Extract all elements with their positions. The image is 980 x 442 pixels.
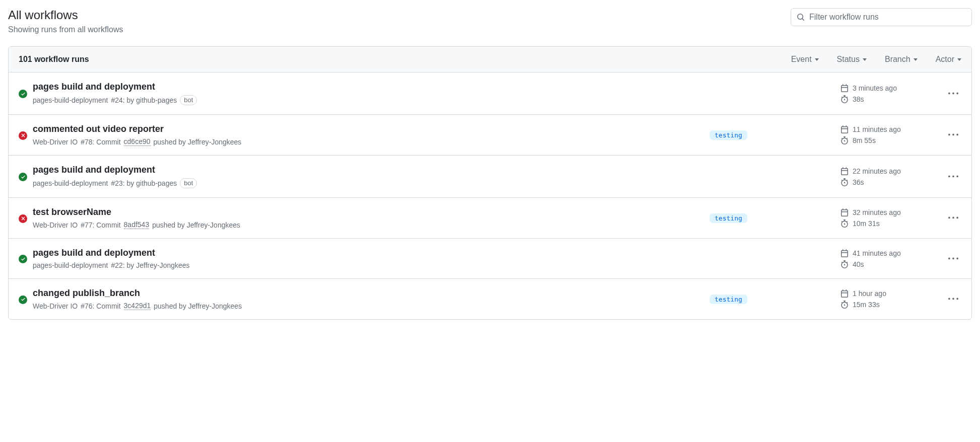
bot-badge: bot <box>180 178 197 188</box>
time-column: 22 minutes ago36s <box>841 167 941 186</box>
run-duration: 8m 55s <box>841 136 941 144</box>
status-success-icon <box>19 296 27 304</box>
filter-actor[interactable]: Actor <box>936 55 961 64</box>
run-timestamp-text: 3 minutes ago <box>853 84 897 92</box>
page-title: All workflows <box>8 8 123 22</box>
run-title-link[interactable]: commented out video reporter <box>33 124 710 134</box>
caret-down-icon <box>957 58 961 61</box>
run-main-column: test browserNameWeb-Driver IO#77: Commit… <box>33 207 710 229</box>
filter-event-label: Event <box>791 55 812 64</box>
workflow-run-row: test browserNameWeb-Driver IO#77: Commit… <box>9 198 971 239</box>
run-number-text: #23: by github-pages <box>111 179 177 187</box>
run-workflow-name: Web-Driver IO <box>33 302 78 310</box>
run-workflow-name: pages-build-deployment <box>33 179 108 187</box>
run-actions-menu-button[interactable] <box>945 127 961 143</box>
branch-badge[interactable]: testing <box>710 294 747 304</box>
menu-column <box>941 86 961 102</box>
branch-badge[interactable]: testing <box>710 130 747 140</box>
status-failure-icon <box>19 131 27 140</box>
time-column: 32 minutes ago10m 31s <box>841 208 941 228</box>
branch-badge[interactable]: testing <box>710 213 747 223</box>
list-header: 101 workflow runs Event Status Branch Ac… <box>9 47 971 72</box>
kebab-horizontal-icon <box>948 294 958 304</box>
calendar-icon <box>841 167 849 175</box>
run-number-text: #77: Commit <box>81 221 120 229</box>
status-column <box>19 172 33 181</box>
run-workflow-name: Web-Driver IO <box>33 138 78 146</box>
status-success-icon <box>19 90 27 98</box>
filter-group: Event Status Branch Actor <box>791 55 961 64</box>
run-duration: 15m 33s <box>841 301 941 309</box>
run-meta: Web-Driver IO#77: Commit 8adf543 pushed … <box>33 220 710 229</box>
run-timestamp-text: 11 minutes ago <box>853 125 901 133</box>
workflow-run-row: pages build and deploymentpages-build-de… <box>9 239 971 279</box>
stopwatch-icon <box>841 95 849 103</box>
run-meta: pages-build-deployment#23: by github-pag… <box>33 178 710 188</box>
commit-link[interactable]: 3c429d1 <box>124 302 151 310</box>
menu-column <box>941 210 961 226</box>
stopwatch-icon <box>841 178 849 186</box>
run-actions-menu-button[interactable] <box>945 86 961 102</box>
run-timestamp: 3 minutes ago <box>841 84 941 92</box>
run-main-column: pages build and deploymentpages-build-de… <box>33 82 710 105</box>
run-actions-menu-button[interactable] <box>945 291 961 307</box>
run-timestamp-text: 41 minutes ago <box>853 249 901 257</box>
run-timestamp: 41 minutes ago <box>841 249 941 257</box>
stopwatch-icon <box>841 260 849 268</box>
run-duration-text: 36s <box>853 178 864 186</box>
workflow-runs-list: 101 workflow runs Event Status Branch Ac… <box>8 46 972 320</box>
run-duration: 38s <box>841 95 941 103</box>
run-actions-menu-button[interactable] <box>945 210 961 226</box>
time-column: 3 minutes ago38s <box>841 84 941 103</box>
run-duration: 40s <box>841 260 941 268</box>
run-duration-text: 15m 33s <box>853 301 880 309</box>
workflow-run-row: commented out video reporterWeb-Driver I… <box>9 115 971 156</box>
filter-runs-input[interactable] <box>791 8 972 26</box>
run-meta: pages-build-deployment#22: by Jeffrey-Jo… <box>33 261 710 269</box>
run-timestamp: 22 minutes ago <box>841 167 941 175</box>
run-pushed-by: pushed by Jeffrey-Jongkees <box>154 138 242 146</box>
run-timestamp: 1 hour ago <box>841 289 941 298</box>
filter-branch-label: Branch <box>885 55 911 64</box>
run-actions-menu-button[interactable] <box>945 251 961 267</box>
workflow-run-row: pages build and deploymentpages-build-de… <box>9 72 971 115</box>
workflow-run-row: changed publish_branchWeb-Driver IO#76: … <box>9 279 971 319</box>
filter-event[interactable]: Event <box>791 55 819 64</box>
calendar-icon <box>841 289 849 298</box>
workflow-run-row: pages build and deploymentpages-build-de… <box>9 156 971 198</box>
run-duration-text: 40s <box>853 260 864 268</box>
run-title-link[interactable]: pages build and deployment <box>33 248 710 258</box>
filter-status[interactable]: Status <box>837 55 867 64</box>
status-column <box>19 213 33 223</box>
stopwatch-icon <box>841 301 849 309</box>
calendar-icon <box>841 249 849 257</box>
branch-column: testing <box>710 213 841 223</box>
filter-branch[interactable]: Branch <box>885 55 918 64</box>
run-number-text: #24: by github-pages <box>111 96 177 104</box>
run-pushed-by: pushed by Jeffrey-Jongkees <box>154 302 242 310</box>
run-title-link[interactable]: pages build and deployment <box>33 82 710 92</box>
run-timestamp-text: 22 minutes ago <box>853 167 901 175</box>
run-main-column: changed publish_branchWeb-Driver IO#76: … <box>33 288 710 310</box>
commit-link[interactable]: 8adf543 <box>124 220 150 229</box>
run-timestamp: 11 minutes ago <box>841 125 941 133</box>
run-title-link[interactable]: changed publish_branch <box>33 288 710 299</box>
runs-count: 101 workflow runs <box>19 55 89 64</box>
status-failure-icon <box>19 214 27 223</box>
run-actions-menu-button[interactable] <box>945 169 961 185</box>
status-column <box>19 89 33 98</box>
caret-down-icon <box>815 58 819 61</box>
run-timestamp: 32 minutes ago <box>841 208 941 216</box>
run-workflow-name: Web-Driver IO <box>33 221 78 229</box>
commit-link[interactable]: cd6ce90 <box>124 137 151 146</box>
calendar-icon <box>841 125 849 133</box>
menu-column <box>941 169 961 185</box>
run-duration: 10m 31s <box>841 219 941 228</box>
run-title-link[interactable]: pages build and deployment <box>33 165 710 175</box>
stopwatch-icon <box>841 219 849 228</box>
status-column <box>19 294 33 304</box>
run-title-link[interactable]: test browserName <box>33 207 710 217</box>
bot-badge: bot <box>180 95 197 105</box>
time-column: 1 hour ago15m 33s <box>841 289 941 309</box>
header-left: All workflows Showing runs from all work… <box>8 8 123 34</box>
